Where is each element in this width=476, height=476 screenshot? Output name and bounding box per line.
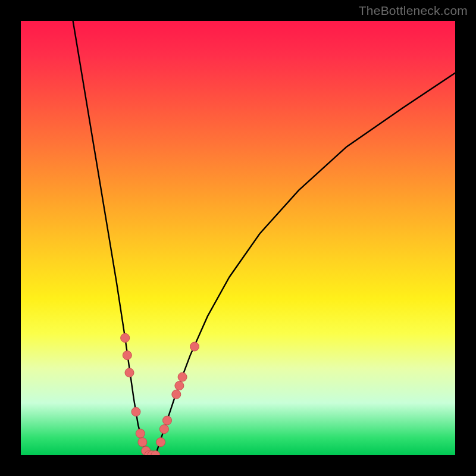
curve-right bbox=[155, 73, 455, 455]
data-marker bbox=[125, 368, 134, 377]
plot-area bbox=[21, 21, 455, 455]
data-marker bbox=[156, 438, 165, 447]
data-marker bbox=[131, 408, 140, 416]
data-marker bbox=[123, 351, 131, 360]
data-marker bbox=[163, 416, 172, 425]
data-marker bbox=[159, 425, 168, 434]
data-markers bbox=[121, 333, 199, 455]
chart-svg bbox=[21, 21, 455, 455]
data-marker bbox=[136, 429, 145, 438]
data-marker bbox=[172, 390, 181, 399]
data-marker bbox=[175, 381, 184, 390]
data-marker bbox=[190, 342, 199, 351]
data-marker bbox=[121, 333, 130, 342]
data-marker bbox=[138, 438, 147, 447]
data-marker bbox=[178, 372, 187, 381]
watermark-text: TheBottleneck.com bbox=[359, 4, 468, 18]
chart-frame: TheBottleneck.com bbox=[0, 0, 476, 476]
curve-left bbox=[73, 21, 147, 455]
